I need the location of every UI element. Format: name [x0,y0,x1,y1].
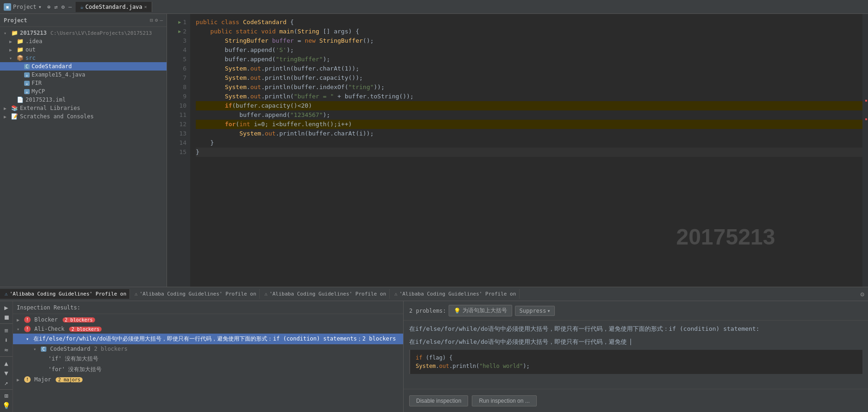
code-line-8: System.out.println(buffer.indexOf("tring… [196,83,862,92]
java-icon: ☕ [24,72,30,77]
line-15: 15 [167,148,186,157]
title-bar: ▣ Project ▾ ⊕ ⇄ ⚙ — ☕ CodeStandard.java … [0,0,868,14]
folder-icon: 📁 [11,30,18,36]
java-icon: ☕ [24,81,30,86]
bottom-tab-2[interactable]: ⚠ 'Alibaba Coding Guidelines' Profile on… [130,289,260,299]
major-count: 2 majors [56,377,83,382]
line-1: ▶1 [167,18,186,27]
code-line-13: System.out.println(buffer.charAt(i)); [196,129,862,138]
insp-blocker[interactable]: ▶ ! Blocker 2 blockers [13,315,403,324]
project-chevron[interactable]: ▾ [39,4,42,10]
code-line-2: public static void main(String [] args) … [196,27,862,36]
plus-icon[interactable]: ⊕ [47,4,51,10]
code-content[interactable]: public class CodeStandard { public stati… [190,14,862,287]
insp-issue-for[interactable]: 'for' 没有加大括号 [13,364,403,375]
export-btn[interactable]: ⬇ [1,336,12,345]
scratches-icon: 📝 [11,113,18,120]
major-icon: ! [24,376,31,383]
alicheck-count: 2 blockers [69,327,102,332]
problems-count-area: 2 problems: 💡 为语句加上大括号 Suppress ▾ [409,305,862,316]
inspection-tree: ▶ ! Blocker 2 blockers ▾ ! Ali-Check 2 b… [13,314,403,412]
bottom-panel: ⚠ 'Alibaba Coding Guidelines' Profile on… [0,287,868,412]
sidebar-item-src[interactable]: ▾ 📦 src [0,54,167,62]
sidebar-item-iml[interactable]: 📄 20175213.iml [0,96,167,104]
tree-root[interactable]: ▾ 📁 20175213 C:\Users\LV\IdeaProjects\20… [0,29,167,37]
inspection-icon-3: ⚠ [264,291,268,297]
line-10: 10 [167,101,186,110]
run-btn-2[interactable]: ▶ [178,27,181,36]
insp-code-block: if (flag) { System.out.println("hello wo… [409,350,862,374]
tab-close-btn[interactable]: ✕ [144,4,147,9]
bulb-btn[interactable]: 💡 [1,401,12,410]
fix-btn[interactable]: 💡 为语句加上大括号 [449,305,512,316]
sidebar-item-example15[interactable]: ☕ Example15_4.java [0,71,167,79]
java-file-icon: ☕ [80,4,84,10]
insp-major[interactable]: ▶ ! Major 2 majors [13,375,403,384]
right-gutter [862,14,868,287]
close-icon[interactable]: — [69,4,72,10]
insp-codestandard-file[interactable]: ▾ C CodeStandard 2 blockers [13,344,403,354]
disable-inspection-btn[interactable]: Disable inspection [409,395,468,406]
line-11: 11 [167,110,186,120]
root-chevron: ▾ [4,31,9,36]
bottom-tab-1[interactable]: ⚠ 'Alibaba Coding Guidelines' Profile on… [0,289,130,299]
code-line-6: System.out.println(buffer.charAt(1)); [196,64,862,73]
run-btn-1[interactable]: ▶ [178,18,181,27]
suppress-btn[interactable]: Suppress ▾ [515,306,554,316]
sidebar-actions: ⊟ ⚙ — [150,17,163,23]
editor-tab-codestandard[interactable]: ☕ CodeStandard.java ✕ [76,2,152,12]
bottom-settings-btn[interactable]: ⚙ [857,290,868,298]
split-icon[interactable]: ⇄ [54,4,58,10]
sidebar-item-mycp[interactable]: ☕ MyCP [0,87,167,96]
stop-btn[interactable]: ⏹ [1,313,12,322]
expand-btn[interactable]: ⊞ [1,392,12,400]
alicheck-icon: ! [24,326,31,332]
code-container: ▶1 ▶2 3 4 5 6 7 8 9 10 11 12 13 14 15 pu… [167,14,868,287]
code-line-9: System.out.println("buffer = " + buffer.… [196,92,862,101]
project-label: Project [13,4,37,10]
issue-if-label: 'if' 没有加大括号 [48,355,98,363]
java-icon: ☕ [24,89,30,94]
code-line-3: StringBuffer buffer = new StringBuffer()… [196,36,862,45]
insp-rule1[interactable]: ▾ 在if/else/for/while/do语句中必须使用大括号，即使只有一行… [13,334,403,344]
sidebar-item-codestandard[interactable]: C CodeStandard [0,62,167,71]
bottom-tab-4[interactable]: ⚠ 'Alibaba Coding Guidelines' Profile on… [390,289,520,299]
inspection-icon-4: ⚠ [394,291,398,297]
line-8: 8 [167,83,186,92]
insp-alicheck[interactable]: ▾ ! Ali-Check 2 blockers [13,324,403,334]
sidebar-item-scratches[interactable]: ▶ 📝 Scratches and Consoles [0,112,167,121]
inspection-right-header: 2 problems: 💡 为语句加上大括号 Suppress ▾ [404,301,868,321]
insp-issue-if[interactable]: 'if' 没有加大括号 [13,354,403,364]
filter-btn[interactable]: ≡ [1,326,12,335]
code-line-4: buffer.append('S'); [196,45,862,55]
line-numbers: ▶1 ▶2 3 4 5 6 7 8 9 10 11 12 13 14 15 [167,14,190,287]
code-line-7: System.out.println(buffer.capacity()); [196,73,862,83]
sidebar-header: Project ⊟ ⚙ — [0,14,167,27]
sidebar-item-fir[interactable]: ☕ FIR [0,79,167,87]
blocker-count: 2 blockers [63,317,95,322]
prev-btn[interactable]: ▲ [1,359,12,367]
sidebar-item-extlibs[interactable]: ▶ 📚 External Libraries [0,104,167,112]
minimize-icon[interactable]: — [160,17,163,23]
sidebar-item-idea[interactable]: ▶ 📁 .idea [0,37,167,45]
next-btn[interactable]: ▼ [1,368,12,377]
inspection-icon: ⚠ [5,291,8,297]
code-line-12: for(int i=0; i<buffer.length();i++) [196,120,862,129]
jump-btn[interactable]: ↗ [1,378,12,387]
line-3: 3 [167,36,186,45]
root-path: C:\Users\LV\IdeaProjects\20175213 [51,30,152,36]
cursor-blink [630,339,631,345]
line-7: 7 [167,73,186,83]
group-btn[interactable]: ≈ [1,346,12,354]
sidebar-item-out[interactable]: ▶ 📁 out [0,45,167,54]
rerun-btn[interactable]: ▶ [1,303,12,312]
run-inspection-btn[interactable]: Run inspection on ... [472,395,536,406]
gutter-mark-1 [865,100,867,102]
settings-icon[interactable]: ⚙ [155,17,158,23]
settings-icon[interactable]: ⚙ [61,4,64,10]
file-label: CodeStandard [50,346,90,352]
bottom-tab-3[interactable]: ⚠ 'Alibaba Coding Guidelines' Profile on… [260,289,390,299]
collapse-icon[interactable]: ⊟ [150,17,153,23]
bulb-icon: 💡 [454,308,461,314]
code-line-15: } [196,148,862,157]
